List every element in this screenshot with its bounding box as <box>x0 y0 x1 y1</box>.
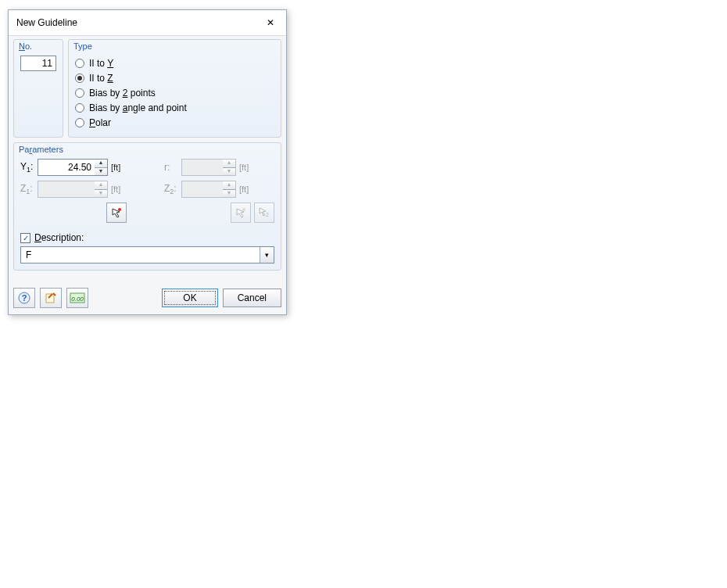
y1-input[interactable] <box>38 159 95 176</box>
svg-line-21 <box>258 298 528 516</box>
svg-line-16 <box>205 344 674 389</box>
svg-point-54 <box>411 281 428 294</box>
svg-line-20 <box>158 293 472 493</box>
svg-text:A: A <box>85 464 91 474</box>
grid-bubble: A <box>80 463 97 475</box>
titlebar[interactable]: New Guideline ✕ <box>9 10 286 36</box>
pick-two-points-icon: 2 <box>254 203 274 223</box>
description-input[interactable] <box>21 247 260 263</box>
svg-text:D: D <box>581 299 587 309</box>
svg-text:B: B <box>156 488 161 497</box>
svg-point-48 <box>252 510 269 522</box>
svg-line-19 <box>86 289 419 469</box>
svg-point-64 <box>643 514 660 526</box>
radio-bias-angle[interactable]: Bias by angle and point <box>75 101 274 115</box>
radio-polar[interactable]: Polar <box>75 116 274 130</box>
radio-parallel-y[interactable]: II to Y <box>75 56 274 70</box>
cancel-button[interactable]: Cancel <box>223 289 281 307</box>
svg-text:A: A <box>417 283 423 292</box>
help-icon[interactable]: ? <box>13 288 35 308</box>
group-parameters: Parameters Y1: ▲▼ [ft] r: ▲▼ [ft] Z1: <box>13 142 281 271</box>
grid-bubble: A <box>411 281 428 294</box>
description-checkbox[interactable]: ✓ Description: <box>20 232 274 243</box>
svg-text:2: 2 <box>111 369 116 378</box>
grid-bubble: 3 <box>664 428 681 441</box>
y1-unit: [ft] <box>108 163 127 172</box>
svg-point-70 <box>665 382 682 395</box>
radio-bias-2points[interactable]: Bias by 2 points <box>75 86 274 100</box>
svg-line-14 <box>109 374 668 471</box>
svg-line-18 <box>303 303 679 325</box>
z1-unit: [ft] <box>108 185 127 194</box>
svg-line-2 <box>47 307 636 426</box>
pick-point-2-icon <box>231 203 251 223</box>
svg-text:2: 2 <box>667 466 671 475</box>
svg-marker-26 <box>197 421 202 428</box>
svg-text:?: ? <box>22 293 27 303</box>
units-icon[interactable]: 0.00 <box>66 288 88 308</box>
svg-text:0.00: 0.00 <box>71 296 84 303</box>
dialog-title: New Guideline <box>16 17 77 28</box>
svg-line-9 <box>277 322 507 579</box>
grid-bubble: 1 <box>72 396 89 409</box>
svg-text:x: x <box>205 421 209 430</box>
svg-text:D: D <box>333 535 339 544</box>
grid-bubble: 4 <box>226 314 243 327</box>
grid-bubble: 5 <box>296 297 313 310</box>
svg-line-8 <box>202 336 434 579</box>
svg-text:4: 4 <box>232 316 237 325</box>
svg-line-24 <box>94 324 700 461</box>
svg-point-75 <box>118 208 121 211</box>
checkmark-icon: ✓ <box>20 233 30 243</box>
svg-text:y: y <box>145 438 149 446</box>
r-spinner: ▲▼ <box>181 159 236 176</box>
svg-text:C: C <box>257 511 263 521</box>
group-type-legend: Type <box>73 41 92 51</box>
svg-point-77 <box>242 208 245 211</box>
svg-text:C: C <box>527 293 532 303</box>
svg-point-62 <box>632 306 649 318</box>
grid-bubble: 2 <box>661 464 678 477</box>
edit-icon[interactable] <box>40 288 62 308</box>
svg-line-6 <box>52 368 289 579</box>
ok-button[interactable]: OK <box>162 289 217 307</box>
radio-parallel-z[interactable]: II to Z <box>75 71 274 85</box>
y1-label: Y1: <box>20 161 38 174</box>
svg-text:2: 2 <box>266 212 269 217</box>
grid-bubble: 3 <box>199 338 216 350</box>
y1-down-icon[interactable]: ▼ <box>95 167 107 175</box>
svg-text:3: 3 <box>670 430 675 439</box>
svg-point-50 <box>328 533 345 546</box>
description-combo[interactable]: ▾ <box>20 246 274 264</box>
svg-line-12 <box>502 283 713 547</box>
svg-line-3 <box>58 324 655 446</box>
svg-point-72 <box>668 346 685 359</box>
svg-text:E: E <box>638 307 643 317</box>
group-no: No. <box>13 39 63 138</box>
r-input <box>181 159 223 176</box>
y1-spinner[interactable]: ▲▼ <box>38 159 108 176</box>
svg-line-11 <box>427 296 650 579</box>
svg-text:5: 5 <box>674 348 679 357</box>
pick-point-1-icon[interactable] <box>106 203 127 223</box>
svg-point-52 <box>417 557 434 569</box>
close-icon[interactable]: ✕ <box>263 15 278 30</box>
svg-line-23 <box>422 311 639 563</box>
svg-marker-78 <box>260 208 266 216</box>
svg-point-46 <box>150 486 167 499</box>
svg-text:4: 4 <box>671 384 676 393</box>
svg-text:1: 1 <box>78 398 83 407</box>
z1-label: Z1: <box>20 183 38 195</box>
svg-line-5 <box>80 358 693 485</box>
svg-line-15 <box>156 353 672 435</box>
svg-point-44 <box>80 463 97 475</box>
y1-up-icon[interactable]: ▲ <box>95 160 107 167</box>
grid-bubble: E <box>417 557 434 569</box>
group-type: Type II to Y II to Z Bias by 2 points Bi… <box>68 39 281 138</box>
no-input[interactable] <box>20 56 56 71</box>
svg-text:E: E <box>423 558 428 568</box>
grid-bubble: D <box>575 298 593 310</box>
grid-bubble: B <box>465 287 482 299</box>
chevron-down-icon[interactable]: ▾ <box>260 247 274 263</box>
svg-line-17 <box>233 321 676 352</box>
